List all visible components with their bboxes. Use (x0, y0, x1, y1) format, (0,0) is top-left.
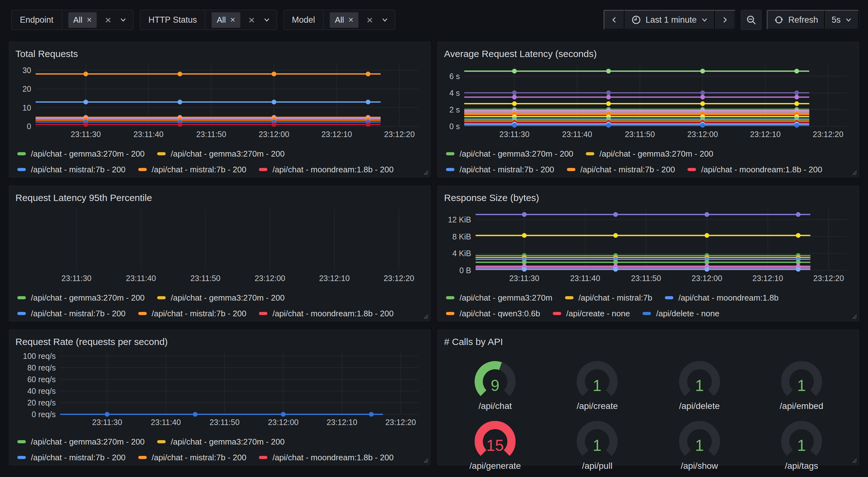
legend-item[interactable]: /api/delete - none (643, 309, 719, 319)
filter-chip[interactable]: All × (330, 12, 359, 28)
legend-item[interactable]: /api/chat - mistral:7b - 200 (567, 165, 675, 175)
legend-item[interactable]: /api/chat - mistral:7b - 200 (138, 309, 247, 319)
chip-remove-icon[interactable]: × (230, 16, 235, 24)
panel-title[interactable]: Response Size (bytes) (444, 191, 852, 205)
data-point (512, 95, 517, 99)
x-axis-label: 23:11:30 (71, 130, 101, 139)
y-axis-label: 12 KiB (448, 215, 471, 224)
gauge-arc: 1 (773, 418, 830, 461)
legend-item[interactable]: /api/chat - mistral:7b - 200 (17, 453, 126, 463)
legend-row: /api/chat - gemma3:270m/api/chat - mistr… (446, 291, 852, 305)
legend-row: /api/chat - mistral:7b - 200/api/chat - … (446, 162, 852, 177)
filter-chip[interactable]: All × (68, 12, 97, 28)
legend-series-label: /api/chat - gemma3:270m - 200 (171, 293, 284, 303)
legend-item[interactable]: /api/chat - moondream:1.8b (665, 293, 779, 303)
chart-plot-area[interactable]: 23:11:3023:11:4023:11:5023:12:0023:12:10… (16, 61, 424, 140)
chart-request-rate[interactable]: 23:11:3023:11:4023:11:5023:12:0023:12:10… (16, 349, 424, 427)
legend-item[interactable]: /api/chat - qwen3:0.6b (446, 309, 540, 319)
legend-item[interactable]: /api/chat - gemma3:270m - 200 (17, 437, 145, 447)
time-range-picker-button[interactable]: Last 1 minute (624, 10, 715, 30)
filter-chip[interactable]: All × (212, 12, 240, 28)
legend-series-marker (259, 456, 268, 459)
panel-resize-handle[interactable] (423, 458, 429, 464)
filter-endpoint[interactable]: Endpoint All × × (11, 10, 133, 30)
chart-plot-area[interactable]: 23:11:3023:11:4023:11:5023:12:0023:12:10… (444, 205, 852, 284)
chip-remove-icon[interactable]: × (348, 16, 353, 24)
panel-title[interactable]: Request Rate (requests per second) (16, 335, 424, 349)
legend-item[interactable]: /api/chat - gemma3:270m - 200 (157, 437, 284, 447)
time-shift-back-button[interactable] (604, 10, 624, 30)
chevron-down-icon (701, 17, 708, 23)
gauge-arc: 1 (569, 418, 625, 461)
legend-item[interactable]: /api/chat - gemma3:270m (446, 293, 552, 303)
y-axis-label: 0 B (459, 266, 471, 275)
legend-item[interactable]: /api/chat - gemma3:270m - 200 (17, 149, 145, 159)
panel-calls-by-api: # Calls by API 9/api/chat1/api/create1/a… (437, 330, 859, 465)
legend-item[interactable]: /api/chat - mistral:7b - 200 (138, 453, 247, 463)
data-point (193, 412, 197, 417)
legend-row: /api/chat - gemma3:270m - 200/api/chat -… (17, 435, 424, 449)
panel-resize-handle[interactable] (851, 458, 857, 464)
legend-item[interactable]: /api/chat - mistral:7b (565, 293, 652, 303)
legend-item[interactable]: /api/chat - gemma3:270m - 200 (17, 293, 145, 303)
panel-title[interactable]: Total Requests (16, 47, 424, 61)
legend-item[interactable]: /api/chat - mistral:7b - 200 (446, 165, 554, 175)
chart-request-latency-95th[interactable]: 23:11:3023:11:4023:11:5023:12:0023:12:10… (16, 205, 424, 284)
y-axis-label: 10 (22, 103, 31, 112)
legend-item[interactable]: /api/chat - moondream:1.8b - 200 (259, 309, 393, 319)
legend-item[interactable]: /api/chat - gemma3:270m - 200 (586, 149, 713, 159)
gauge-label: /api/pull (582, 461, 613, 471)
x-axis-label: 23:11:40 (133, 130, 163, 139)
refresh-interval-button[interactable]: 5s (825, 10, 859, 30)
filter-clear-icon[interactable]: × (248, 14, 255, 25)
panel-title[interactable]: Request Latency 95th Percentile (16, 191, 424, 205)
chevron-down-icon[interactable] (119, 16, 127, 24)
data-point (369, 412, 374, 417)
legend-item[interactable]: /api/chat - gemma3:270m - 200 (446, 149, 573, 159)
panel-title[interactable]: # Calls by API (444, 335, 852, 349)
dashboard-panels: Total Requests 23:11:3023:11:4023:11:502… (0, 30, 868, 465)
filter-model[interactable]: Model All × × (283, 10, 395, 30)
chart-total-requests[interactable]: 23:11:3023:11:4023:11:5023:12:0023:12:10… (16, 61, 424, 140)
gauge-arc: 1 (671, 358, 728, 401)
chevron-down-icon[interactable] (381, 16, 389, 24)
legend-item[interactable]: /api/chat - moondream:1.8b - 200 (259, 453, 393, 463)
chevron-down-icon[interactable] (263, 16, 271, 24)
x-axis-label: 23:12:00 (258, 130, 289, 139)
legend-item[interactable]: /api/chat - mistral:7b - 200 (17, 309, 126, 319)
legend-item[interactable]: /api/chat - moondream:1.8b - 200 (687, 165, 822, 175)
data-point (700, 90, 705, 95)
legend-item[interactable]: /api/chat - moondream:1.8b - 200 (259, 165, 393, 175)
filter-clear-icon[interactable]: × (367, 14, 373, 25)
panel-resize-handle[interactable] (851, 170, 857, 176)
y-axis-label: 80 req/s (27, 363, 56, 372)
data-point (613, 267, 618, 272)
zoom-out-time-button[interactable] (741, 10, 762, 30)
chart-response-size[interactable]: 23:11:3023:11:4023:11:5023:12:0023:12:10… (444, 205, 852, 284)
legend-item[interactable]: /api/create - none (553, 309, 630, 319)
legend-series-label: /api/chat - mistral:7b - 200 (460, 165, 554, 175)
time-shift-forward-button[interactable] (715, 10, 735, 30)
legend-item[interactable]: /api/chat - gemma3:270m - 200 (157, 293, 284, 303)
data-point (700, 69, 705, 73)
legend-item[interactable]: /api/chat - mistral:7b - 200 (138, 165, 247, 175)
x-axis-label: 23:12:20 (384, 130, 415, 139)
panel-title[interactable]: Average Request Latency (seconds) (444, 47, 852, 61)
chart-average-request-latency[interactable]: 23:11:3023:11:4023:11:5023:12:0023:12:10… (444, 61, 852, 140)
panel-resize-handle[interactable] (423, 314, 429, 320)
legend-item[interactable]: /api/chat - gemma3:270m - 200 (157, 149, 284, 159)
legend-series-label: /api/chat - gemma3:270m - 200 (31, 437, 145, 447)
chart-plot-area[interactable]: 23:11:3023:11:4023:11:5023:12:0023:12:10… (16, 205, 424, 284)
data-point (796, 267, 801, 272)
chart-plot-area[interactable]: 23:11:3023:11:4023:11:5023:12:0023:12:10… (16, 349, 424, 427)
refresh-button[interactable]: Refresh (767, 10, 825, 30)
legend-item[interactable]: /api/chat - mistral:7b - 200 (17, 165, 126, 175)
panel-resize-handle[interactable] (851, 314, 857, 320)
filter-clear-icon[interactable]: × (105, 14, 111, 25)
data-point (705, 212, 709, 217)
filter-http-status[interactable]: HTTP Status All × × (140, 10, 277, 30)
data-point (700, 95, 705, 99)
chip-remove-icon[interactable]: × (87, 16, 92, 24)
chart-plot-area[interactable]: 23:11:3023:11:4023:11:5023:12:0023:12:10… (444, 61, 852, 140)
panel-resize-handle[interactable] (423, 170, 429, 176)
